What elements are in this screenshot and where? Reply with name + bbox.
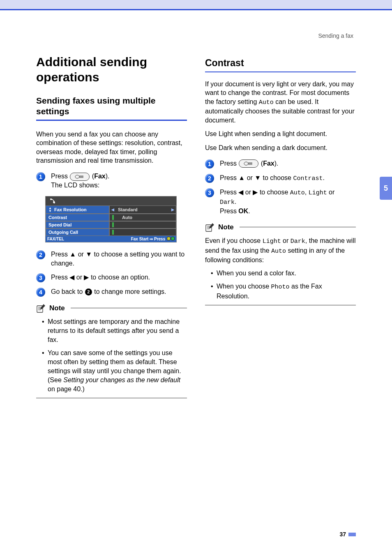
contrast-p3: Use Dark when sending a dark document. [205, 143, 356, 152]
step-bubble-1: 1 [205, 159, 214, 169]
step-2: 2 Press ▲ or ▼ to choose a setting you w… [36, 250, 187, 268]
svg-point-2 [244, 162, 248, 165]
left-arrow-icon: ◀ [111, 208, 114, 212]
lcd-row: ContrastAuto [46, 214, 176, 221]
lcd-cell-value: Auto [109, 214, 176, 221]
note-icon [36, 303, 46, 313]
fax-key-icon [239, 159, 258, 168]
note-icon [205, 222, 215, 232]
note-end-line [205, 305, 356, 305]
top-accent-strip [0, 0, 392, 9]
lcd-row: ▲▼Fax Resolution◀Standard▶ [46, 205, 176, 214]
greenbar-icon [112, 215, 114, 220]
lcd-footer-right: Fax Start ⇒ Press [131, 237, 175, 241]
note-line [71, 308, 187, 308]
note-block-right: Note Even if you choose Light or Dark, t… [205, 222, 356, 305]
steps-list-right: 1 Press (Fax). 2 Press ▲ or ▼ to choose … [205, 159, 356, 216]
step-bubble-4: 4 [36, 288, 45, 297]
note-item: When you choose Photo as the Fax Resolut… [211, 282, 356, 301]
svg-point-0 [75, 175, 79, 178]
start-dots-icon [166, 237, 175, 241]
heading-rule [36, 120, 187, 121]
lcd-cell-label: ▲▼Fax Resolution [46, 205, 109, 214]
steps-list-left-cont: 2 Press ▲ or ▼ to choose a setting you w… [36, 250, 187, 296]
r-step-1: 1 Press (Fax). [205, 159, 356, 169]
lcd-titlebar [46, 196, 176, 205]
chapter-number: 5 [384, 184, 388, 193]
note-line [240, 227, 356, 227]
step-bubble-3: 3 [36, 273, 45, 282]
step-4: 4 Go back to 2 to change more settings. [36, 287, 187, 297]
steps-list-left: 1 Press (Fax). The LCD shows: [36, 172, 187, 189]
step-1: 1 Press (Fax). The LCD shows: [36, 172, 187, 189]
lcd-cell-value: ◀Standard▶ [109, 205, 176, 214]
breadcrumb: Sending a fax [36, 32, 353, 39]
page-title: Additional sending operations [36, 55, 187, 85]
lcd-mockup: ▲▼Fax Resolution◀Standard▶ContrastAutoSp… [45, 196, 177, 242]
heading-rule [205, 72, 356, 72]
lcd-footer: FAX/TEL Fax Start ⇒ Press [46, 236, 176, 242]
chapter-tab: 5 [380, 177, 392, 200]
right-column: Contrast If your document is very light … [205, 55, 356, 402]
step-bubble-1: 1 [36, 172, 45, 181]
note-item: You can save some of the settings you us… [42, 349, 187, 394]
note-intro: Even if you choose Light or Dark, the ma… [205, 236, 356, 265]
section-heading-sending-multiple: Sending faxes using multiple settings [36, 95, 187, 117]
step-bubble-3: 3 [205, 188, 214, 197]
note-block-left: Note Most settings are temporary and the… [36, 303, 187, 399]
phone-icon [50, 198, 55, 204]
note-item: When you send a color fax. [211, 269, 356, 278]
right-arrow-icon: ▶ [171, 208, 174, 212]
lcd-cell-value [109, 229, 176, 236]
r-step-3: 3 Press ◀ or ▶ to choose Auto, Light or … [205, 188, 356, 216]
lcd-cell-label: Contrast [46, 214, 109, 221]
step-bubble-2: 2 [205, 174, 214, 183]
intro-paragraph: When you send a fax you can choose any c… [36, 130, 187, 165]
lcd-row: Outgoing Call [46, 229, 176, 236]
note-label: Note [49, 304, 65, 312]
greenbar-icon [112, 222, 114, 227]
step-3: 3 Press ◀ or ▶ to choose an option. [36, 273, 187, 282]
lcd-cell-label: Outgoing Call [46, 229, 109, 236]
r-step-2: 2 Press ▲ or ▼ to choose Contrast. [205, 173, 356, 183]
section-heading-contrast: Contrast [205, 57, 356, 69]
note-list-right: When you send a color fax.When you choos… [211, 269, 356, 301]
step-bubble-2: 2 [36, 250, 45, 259]
lcd-footer-left: FAX/TEL [47, 237, 64, 241]
page-number: 37 [339, 531, 346, 538]
updown-icon: ▲▼ [48, 207, 52, 212]
contrast-p2: Use Light when sending a light document. [205, 129, 356, 138]
note-label: Note [218, 223, 234, 231]
left-column: Additional sending operations Sending fa… [36, 55, 187, 402]
contrast-p1: If your document is very light or very d… [205, 80, 356, 125]
note-item: Most settings are temporary and the mach… [42, 317, 187, 344]
page-footer: 37 [339, 531, 356, 538]
lcd-cell-label: Speed Dial [46, 221, 109, 229]
note-end-line [36, 398, 187, 398]
fax-key-icon [70, 173, 90, 181]
greenbar-icon [112, 230, 114, 235]
step-ref-2-icon: 2 [85, 289, 92, 295]
lcd-row: Speed Dial [46, 221, 176, 229]
note-list-left: Most settings are temporary and the mach… [42, 317, 187, 394]
lcd-cell-value [109, 221, 176, 229]
page-number-bar [348, 533, 356, 536]
